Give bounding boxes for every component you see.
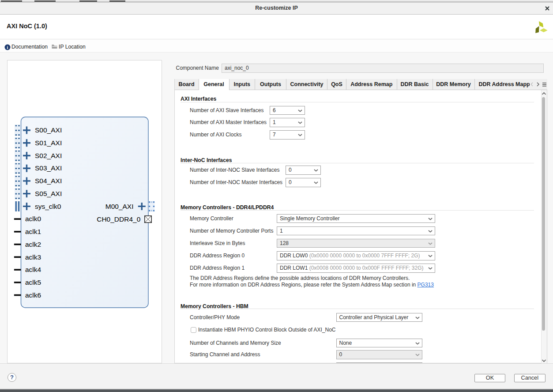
svg-text:aclk2: aclk2: [25, 241, 41, 248]
svg-text:CH0_DDR4_0: CH0_DDR4_0: [97, 215, 140, 223]
svg-text:S00_AXI: S00_AXI: [35, 126, 62, 134]
svg-text:aclk4: aclk4: [25, 266, 41, 273]
svg-text:sys_clk0: sys_clk0: [35, 203, 61, 210]
svg-text:i: i: [7, 45, 8, 49]
svg-text:M00_AXI: M00_AXI: [105, 203, 134, 210]
svg-text:S04_AXI: S04_AXI: [35, 177, 62, 185]
svg-text:aclk3: aclk3: [25, 253, 41, 261]
svg-text:S02_AXI: S02_AXI: [35, 152, 62, 159]
svg-text:aclk0: aclk0: [25, 215, 41, 222]
svg-text:S05_AXI: S05_AXI: [35, 190, 62, 197]
svg-text:aclk6: aclk6: [25, 291, 41, 299]
svg-text:S03_AXI: S03_AXI: [35, 164, 62, 172]
svg-text:aclk5: aclk5: [25, 279, 41, 286]
svg-text:aclk1: aclk1: [25, 228, 41, 235]
svg-text:S01_AXI: S01_AXI: [35, 139, 62, 147]
